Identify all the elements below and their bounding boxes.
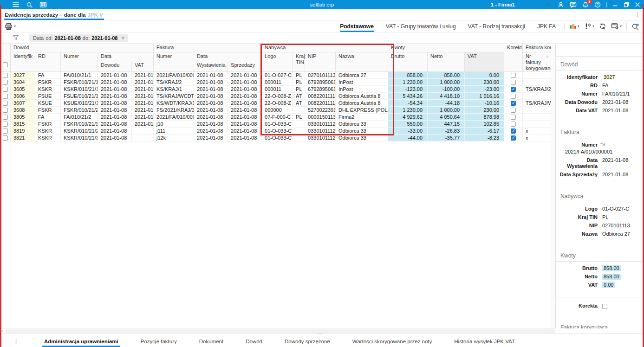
cell-nip[interactable]: 0082201111 bbox=[305, 92, 336, 99]
cell-kraj[interactable]: PL bbox=[293, 71, 305, 78]
table-row[interactable]: 3815 FSKR FSKR/010/21/3 2021-01-08 2021-… bbox=[0, 120, 551, 127]
column-header-brutto[interactable]: Brutto bbox=[388, 52, 428, 71]
cell-kraj[interactable] bbox=[293, 127, 305, 134]
cell-brutto[interactable]: 550.00 bbox=[388, 120, 428, 127]
cell-brutto[interactable]: -33.00 bbox=[388, 127, 428, 134]
cell-nr-korygowanej[interactable]: TS/KRAJ/WCDT bbox=[523, 99, 551, 106]
cell-identyfikator[interactable]: 3605 bbox=[11, 85, 35, 92]
cell-nazwa[interactable]: InPost bbox=[336, 78, 388, 85]
cell-nip[interactable]: 0270101113 bbox=[305, 71, 336, 78]
cell-vat[interactable]: -6.17 bbox=[465, 127, 504, 134]
bell-icon[interactable]: 3 bbox=[582, 1, 589, 8]
cell-kraj[interactable]: AT bbox=[293, 99, 305, 106]
cell-logo[interactable]: 01-O-033-C bbox=[262, 127, 293, 134]
cell-faktura-numer[interactable]: KS/WDT/KRAJ/1 bbox=[154, 99, 194, 106]
cell-nr-korygowanej[interactable]: TS/KRAJ/2 bbox=[523, 85, 551, 92]
cell-brutto[interactable]: -123.00 bbox=[388, 85, 428, 92]
korekta-checkbox[interactable] bbox=[511, 87, 516, 92]
view-tab[interactable]: VAT - Rodzaj transakcji bbox=[468, 20, 525, 32]
cell-nip[interactable]: 0330101112 bbox=[305, 127, 336, 134]
cell-data-dowodu[interactable]: 2021-01-08 bbox=[98, 71, 132, 78]
korekta-checkbox[interactable] bbox=[511, 129, 516, 134]
cell-rd[interactable]: FSKR bbox=[35, 78, 61, 85]
cell-nr-korygowanej[interactable] bbox=[523, 78, 551, 85]
cell-nip[interactable]: 0082201111 bbox=[305, 99, 336, 106]
cell-nazwa[interactable]: Odbiorca 27 bbox=[336, 71, 388, 78]
cell-faktura-numer[interactable]: TS/KRAJ/2 bbox=[154, 78, 194, 85]
group-header-kwoty[interactable]: Kwoty bbox=[388, 44, 504, 52]
cell-wystawienia[interactable]: 2021-01-08 bbox=[194, 99, 228, 106]
cell-numer[interactable]: KSKR/010/21/3 bbox=[61, 134, 98, 141]
column-header-vat-kwota[interactable]: VAT bbox=[465, 52, 504, 71]
filter-funnel-icon[interactable] bbox=[13, 35, 19, 41]
cell-brutto[interactable]: 1 230.00 bbox=[388, 78, 428, 85]
cell-identyfikator[interactable]: 3608 bbox=[11, 106, 35, 113]
cell-numer[interactable]: KSKR/010/21/1 bbox=[61, 85, 98, 92]
cell-nr-korygowanej[interactable] bbox=[523, 71, 551, 78]
bottom-tab[interactable]: Dokument bbox=[188, 336, 234, 347]
row-checkbox[interactable] bbox=[3, 101, 8, 106]
column-header-data-dowodu[interactable]: Dowodu bbox=[98, 61, 132, 71]
cell-rd[interactable]: FSKR bbox=[35, 106, 61, 113]
cell-numer[interactable]: FA/010/21/2 bbox=[61, 113, 98, 120]
minimize-button[interactable] bbox=[612, 2, 618, 7]
korekta-detail-checkbox[interactable] bbox=[602, 304, 607, 309]
cell-sprzedazy[interactable]: 2021-01-08 bbox=[228, 120, 262, 127]
cell-data-dowodu[interactable]: 2021-01-08 bbox=[98, 106, 132, 113]
bottom-tab[interactable]: Pozycje faktury bbox=[130, 336, 188, 347]
cell-rd[interactable]: FSKR bbox=[35, 120, 61, 127]
cell-sprzedazy[interactable]: 2021-01-08 bbox=[228, 113, 262, 120]
table-row[interactable]: 3805 FA FA/010/21/2 2021-01-08 2021-01-0… bbox=[0, 113, 551, 120]
cell-rd[interactable]: KSUE bbox=[35, 99, 61, 106]
cell-data-dowodu[interactable]: 2021-01-08 bbox=[98, 134, 132, 141]
cell-wystawienia[interactable]: 2021-01-08 bbox=[194, 71, 228, 78]
cell-faktura-numer[interactable]: KS/KRAJ/1 bbox=[154, 85, 194, 92]
company-selector[interactable]: 1 - Firma1 ▾ bbox=[491, 2, 549, 7]
cell-wystawienia[interactable]: 2021-01-08 bbox=[194, 106, 228, 113]
cell-data-dowodu[interactable]: 2021-01-08 bbox=[98, 113, 132, 120]
cell-brutto[interactable]: -44.00 bbox=[388, 134, 428, 141]
cell-nazwa[interactable]: Odbiorca Austria 8 bbox=[336, 92, 388, 99]
filter-chip-data[interactable]: Data od: 2021-01-08 do: 2021-01-08 × bbox=[29, 34, 128, 42]
cell-netto[interactable]: -100.00 bbox=[428, 85, 465, 92]
cell-nr-korygowanej[interactable]: x bbox=[523, 127, 551, 134]
cell-numer[interactable]: FSUE/010/21/1 bbox=[61, 92, 98, 99]
cell-vat[interactable]: 230.00 bbox=[465, 78, 504, 85]
print-button[interactable]: ▾ bbox=[5, 23, 16, 30]
cell-data-vat[interactable] bbox=[132, 127, 154, 134]
cell-faktura-numer[interactable]: TS/KRAJ/WCDT/1 bbox=[154, 92, 194, 99]
expand-columns-icon[interactable]: › bbox=[546, 53, 548, 59]
column-header-sprzedazy[interactable]: Sprzedaży bbox=[228, 61, 262, 71]
search-icon[interactable] bbox=[26, 1, 33, 8]
cell-sprzedazy[interactable]: 2021-01-08 bbox=[228, 106, 262, 113]
korekta-checkbox[interactable] bbox=[511, 101, 516, 106]
cell-wystawienia[interactable]: 2021-01-08 bbox=[194, 85, 228, 92]
column-header-rd[interactable]: RD bbox=[35, 52, 61, 71]
table-row[interactable]: 3606 FSUE FSUE/010/21/1 2021-01-08 2021-… bbox=[0, 92, 551, 99]
cell-identyfikator[interactable]: 3027 bbox=[11, 71, 35, 78]
vertical-scrollbar[interactable] bbox=[551, 44, 555, 328]
cell-netto[interactable]: 1 000.00 bbox=[428, 106, 465, 113]
cell-nip[interactable]: 0000150113 bbox=[305, 113, 336, 120]
horizontal-scrollbar[interactable]: ‹ bbox=[0, 328, 555, 333]
cell-data-dowodu[interactable]: 2021-01-08 bbox=[98, 85, 132, 92]
column-header-korekta[interactable]: Korekta bbox=[504, 44, 523, 71]
row-checkbox[interactable] bbox=[3, 73, 8, 78]
refresh-button[interactable] bbox=[599, 23, 606, 30]
row-checkbox[interactable] bbox=[3, 94, 8, 99]
cell-rd[interactable]: KSKR bbox=[35, 85, 61, 92]
table-row[interactable]: 3819 KSKR KSKR/010/21/2 2021-01-08 j111 … bbox=[0, 127, 551, 134]
cell-rd[interactable]: FA bbox=[35, 113, 61, 120]
cell-nazwa[interactable]: Odbiorca Austria 8 bbox=[336, 99, 388, 106]
cell-identyfikator[interactable]: 3819 bbox=[11, 127, 35, 134]
cell-faktura-numer[interactable]: j10 bbox=[154, 120, 194, 127]
cell-identyfikator[interactable]: 3821 bbox=[11, 134, 35, 141]
cell-wystawienia[interactable]: 2021-01-08 bbox=[194, 127, 228, 134]
cell-nazwa[interactable]: Odbiorca 33 bbox=[336, 120, 388, 127]
cell-data-dowodu[interactable]: 2021-01-08 bbox=[98, 99, 132, 106]
cell-logo[interactable]: 01-O-033-C bbox=[262, 120, 293, 127]
cell-faktura-numer[interactable]: 2021/FA/010/0000 bbox=[154, 113, 194, 120]
cell-vat[interactable]: 1 016.16 bbox=[465, 92, 504, 99]
cell-nazwa[interactable]: DHL EXPRESS (POLAND) S bbox=[336, 106, 388, 113]
cell-rd[interactable]: KSKR bbox=[35, 127, 61, 134]
